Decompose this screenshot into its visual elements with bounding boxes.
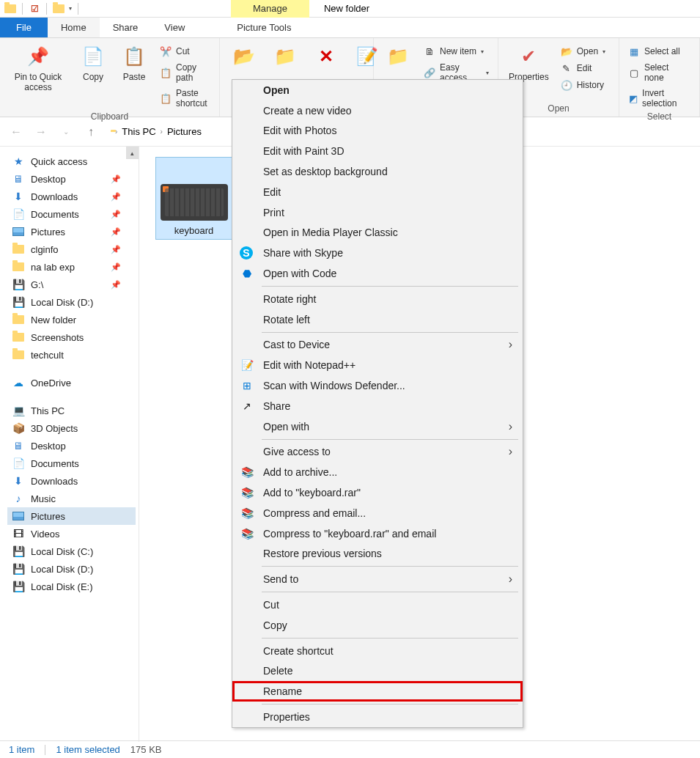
sidebar-techcult[interactable]: techcult: [7, 346, 136, 364]
sidebar-downloads[interactable]: ⬇Downloads📌: [7, 188, 136, 205]
cm-add-archive[interactable]: 📚Add to archive...: [232, 462, 523, 482]
cm-cut[interactable]: Cut: [232, 595, 523, 615]
cm-cast[interactable]: Cast to Device›: [232, 335, 523, 356]
cm-properties[interactable]: Properties: [232, 707, 523, 727]
cm-open[interactable]: Open: [232, 80, 523, 100]
sidebar-quick-access[interactable]: ★Quick access: [7, 152, 136, 170]
paste-shortcut-icon: 📋: [160, 92, 172, 104]
cm-add-rar[interactable]: 📚Add to "keyboard.rar": [232, 482, 523, 503]
cm-rotate-left[interactable]: Rotate left: [232, 309, 523, 330]
notepadpp-icon: 📝: [240, 358, 254, 372]
cm-print[interactable]: Print: [232, 202, 523, 223]
invert-selection-button[interactable]: ◩Invert selection: [625, 87, 693, 110]
sidebar-clginfo[interactable]: clginfo📌: [7, 240, 136, 258]
recent-dropdown[interactable]: ⌄: [57, 123, 75, 141]
scroll-up-button[interactable]: ▴: [126, 147, 139, 159]
contextual-tab-manage[interactable]: Manage: [231, 0, 309, 18]
tab-share[interactable]: Share: [100, 18, 152, 37]
cm-defender[interactable]: ⊞Scan with Windows Defender...: [232, 375, 523, 396]
sidebar-nalab[interactable]: na lab exp📌: [7, 258, 136, 276]
sidebar-desktop[interactable]: 🖥Desktop📌: [7, 170, 136, 188]
sidebar-onedrive[interactable]: ☁OneDrive: [7, 374, 136, 391]
sidebar-ldc[interactable]: 💾Local Disk (C:): [7, 542, 136, 560]
invert-icon: ◩: [628, 92, 638, 104]
cm-create-shortcut[interactable]: Create shortcut: [232, 641, 523, 661]
cm-rotate-right[interactable]: Rotate right: [232, 289, 523, 309]
sidebar-videos[interactable]: 🎞Videos: [7, 525, 136, 542]
up-button[interactable]: ↑: [82, 123, 100, 141]
tab-picture-tools[interactable]: Picture Tools: [224, 18, 304, 37]
cm-edit-photos[interactable]: Edit with Photos: [232, 121, 523, 141]
delete-button[interactable]: ✕: [308, 41, 345, 72]
breadcrumb-this-pc[interactable]: This PC: [122, 126, 155, 137]
sidebar-pictures2[interactable]: Pictures: [7, 507, 136, 525]
copy-to-button[interactable]: 📁: [267, 41, 303, 72]
folder-icon: [12, 243, 25, 256]
sidebar-screenshots[interactable]: Screenshots: [7, 328, 136, 346]
cm-copy[interactable]: Copy: [232, 615, 523, 636]
qa-folder-icon[interactable]: [53, 3, 65, 15]
select-none-button[interactable]: ▢Select none: [625, 61, 693, 84]
paste-button[interactable]: 📋 Paste: [116, 41, 152, 85]
back-button[interactable]: ←: [7, 123, 25, 141]
copy-button[interactable]: 📄 Copy: [75, 41, 111, 85]
sidebar-3d[interactable]: 📦3D Objects: [7, 419, 136, 437]
cm-give-access[interactable]: Give access to›: [232, 442, 523, 463]
cm-rename[interactable]: Rename: [232, 681, 523, 702]
history-icon: 🕘: [561, 79, 572, 91]
cm-compress-rar-email[interactable]: 📚Compress to "keyboard.rar" and email: [232, 523, 523, 544]
cm-set-bg[interactable]: Set as desktop background: [232, 161, 523, 182]
cm-notepadpp[interactable]: 📝Edit with Notepad++: [232, 355, 523, 375]
sidebar-pictures[interactable]: Pictures📌: [7, 223, 136, 240]
cm-edit[interactable]: Edit: [232, 182, 523, 202]
tab-file[interactable]: File: [0, 18, 48, 37]
cm-code[interactable]: ⬣Open with Code: [232, 263, 523, 284]
paste-icon: 📋: [122, 44, 147, 69]
navigation-pane[interactable]: ▴ ★Quick access 🖥Desktop📌 ⬇Downloads📌 📄D…: [0, 147, 139, 742]
cm-mpc[interactable]: Open in Media Player Classic: [232, 223, 523, 243]
sidebar-ldd2[interactable]: 💾Local Disk (D:): [7, 560, 136, 578]
new-item-button[interactable]: 🗎New item▾: [421, 44, 492, 59]
documents-icon: 📄: [12, 207, 25, 221]
sidebar-documents2[interactable]: 📄Documents: [7, 455, 136, 472]
tab-home[interactable]: Home: [48, 18, 100, 37]
cm-send-to[interactable]: Send to›: [232, 569, 523, 589]
cm-share[interactable]: ↗Share: [232, 396, 523, 416]
sidebar-newfolder[interactable]: New folder: [7, 311, 136, 328]
cm-compress-email[interactable]: 📚Compress and email...: [232, 503, 523, 523]
cm-restore[interactable]: Restore previous versions: [232, 544, 523, 564]
share-icon: ↗: [240, 399, 254, 413]
new-folder-button[interactable]: 📁: [380, 41, 416, 72]
sidebar-lde[interactable]: 💾Local Disk (E:): [7, 578, 136, 595]
cm-new-video[interactable]: Create a new video: [232, 100, 523, 121]
sidebar-documents[interactable]: 📄Documents📌: [7, 205, 136, 223]
sidebar-music[interactable]: ♪Music: [7, 490, 136, 507]
cm-paint3d[interactable]: Edit with Paint 3D: [232, 141, 523, 161]
chevron-right-icon: ›: [509, 338, 512, 351]
copy-path-button[interactable]: 📋Copy path: [157, 61, 213, 84]
sidebar-desktop2[interactable]: 🖥Desktop: [7, 437, 136, 455]
pin-quick-access-button[interactable]: 📌 Pin to Quick access: [6, 41, 70, 96]
history-button[interactable]: 🕘History: [558, 78, 608, 92]
sidebar-thispc[interactable]: 💻This PC: [7, 402, 136, 419]
paste-shortcut-button[interactable]: 📋Paste shortcut: [157, 87, 213, 110]
pin-icon: 📌: [26, 44, 51, 69]
sidebar-downloads2[interactable]: ⬇Downloads: [7, 472, 136, 490]
cube-icon: 📦: [12, 422, 25, 435]
sidebar-g-drive[interactable]: 💾G:\📌: [7, 276, 136, 293]
cm-delete[interactable]: Delete: [232, 661, 523, 682]
breadcrumb-pictures[interactable]: Pictures: [167, 126, 202, 137]
forward-button[interactable]: →: [32, 123, 50, 141]
qat-customize[interactable]: ▾: [69, 5, 72, 12]
open-button[interactable]: 📂Open▾: [558, 44, 608, 59]
checkbox-icon[interactable]: ☑: [29, 3, 40, 15]
cut-button[interactable]: ✂️Cut: [157, 44, 213, 59]
sidebar-ldd[interactable]: 💾Local Disk (D:): [7, 293, 136, 311]
select-all-button[interactable]: ▦Select all: [625, 44, 693, 59]
cm-open-with[interactable]: Open with›: [232, 416, 523, 437]
cm-skype[interactable]: SShare with Skype: [232, 243, 523, 263]
edit-button[interactable]: ✎Edit: [558, 61, 608, 76]
tab-view[interactable]: View: [151, 18, 198, 37]
move-to-button[interactable]: 📂: [226, 41, 262, 72]
file-thumbnail-keyboard[interactable]: keyboard: [155, 157, 232, 240]
